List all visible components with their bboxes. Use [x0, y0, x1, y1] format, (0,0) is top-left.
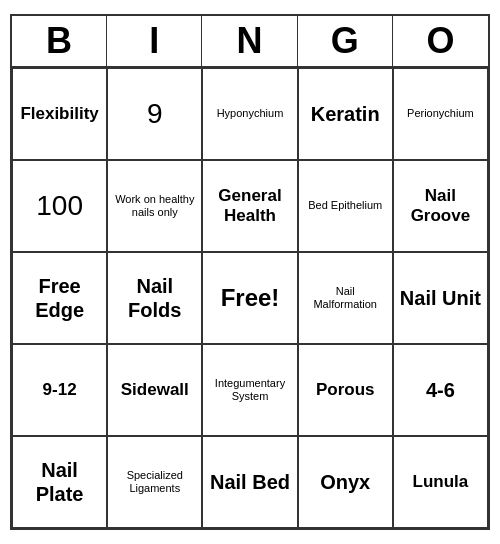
bingo-cell-13: Nail Malformation	[298, 252, 393, 344]
header-letter: N	[202, 16, 297, 66]
bingo-cell-18: Porous	[298, 344, 393, 436]
bingo-cell-20: Nail Plate	[12, 436, 107, 528]
bingo-cell-6: Work on healthy nails only	[107, 160, 202, 252]
bingo-header: BINGO	[12, 16, 488, 68]
bingo-cell-1: 9	[107, 68, 202, 160]
bingo-cell-5: 100	[12, 160, 107, 252]
bingo-cell-2: Hyponychium	[202, 68, 297, 160]
bingo-cell-19: 4-6	[393, 344, 488, 436]
bingo-cell-4: Perionychium	[393, 68, 488, 160]
bingo-cell-23: Onyx	[298, 436, 393, 528]
bingo-cell-22: Nail Bed	[202, 436, 297, 528]
bingo-cell-10: Free Edge	[12, 252, 107, 344]
bingo-cell-11: Nail Folds	[107, 252, 202, 344]
bingo-cell-15: 9-12	[12, 344, 107, 436]
bingo-cell-21: Specialized Ligaments	[107, 436, 202, 528]
header-letter: B	[12, 16, 107, 66]
bingo-cell-14: Nail Unit	[393, 252, 488, 344]
bingo-cell-16: Sidewall	[107, 344, 202, 436]
bingo-cell-24: Lunula	[393, 436, 488, 528]
bingo-cell-12: Free!	[202, 252, 297, 344]
bingo-cell-0: Flexibility	[12, 68, 107, 160]
bingo-cell-3: Keratin	[298, 68, 393, 160]
header-letter: I	[107, 16, 202, 66]
bingo-cell-7: General Health	[202, 160, 297, 252]
header-letter: O	[393, 16, 488, 66]
bingo-cell-8: Bed Epithelium	[298, 160, 393, 252]
header-letter: G	[298, 16, 393, 66]
bingo-grid: Flexibility9HyponychiumKeratinPerionychi…	[12, 68, 488, 528]
bingo-card: BINGO Flexibility9HyponychiumKeratinPeri…	[10, 14, 490, 530]
bingo-cell-17: Integumentary System	[202, 344, 297, 436]
bingo-cell-9: Nail Groove	[393, 160, 488, 252]
